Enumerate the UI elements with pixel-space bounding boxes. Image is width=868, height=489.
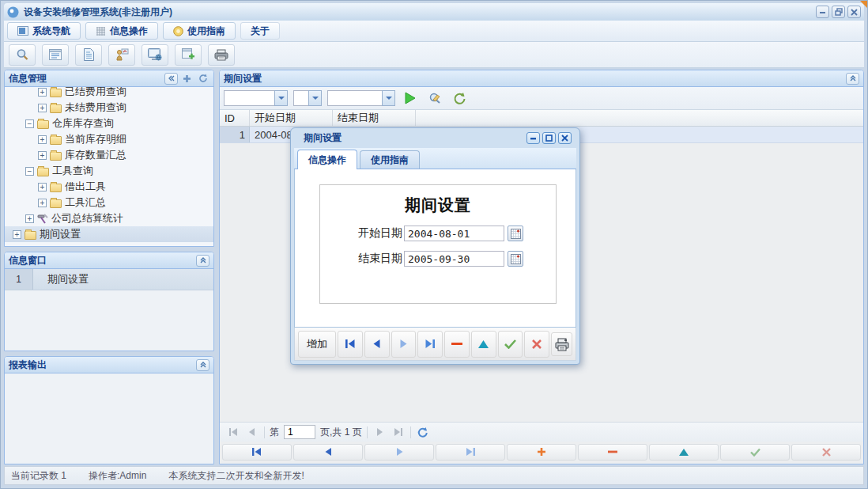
- field-combo-input[interactable]: [224, 90, 274, 106]
- column-start-date[interactable]: 开始日期: [250, 110, 333, 126]
- tree-item-current-stock[interactable]: 当前库存明细: [5, 131, 213, 147]
- start-date-input[interactable]: [404, 226, 504, 241]
- expand-icon[interactable]: [38, 199, 47, 207]
- tree-item-unsettled-fees[interactable]: 未结费用查询: [5, 100, 213, 116]
- execute-query-button[interactable]: [401, 89, 420, 108]
- search-tool-button[interactable]: [9, 44, 36, 66]
- tree-item-company-statistics[interactable]: 公司总结算统计: [5, 210, 213, 226]
- menu-user-guide[interactable]: 使用指南: [163, 22, 236, 40]
- page-prev-icon[interactable]: [245, 425, 259, 439]
- page-refresh-icon[interactable]: [416, 425, 430, 439]
- dialog-next-button[interactable]: [391, 331, 417, 358]
- expand-icon[interactable]: [38, 151, 47, 160]
- page-number-input[interactable]: [284, 425, 315, 439]
- tree-item-lent-tools[interactable]: 借出工具: [5, 179, 213, 195]
- status-message: 本系统支持二次开发和全新开发!: [157, 469, 315, 483]
- expand-icon[interactable]: [38, 135, 47, 144]
- printer-tool-button[interactable]: [208, 44, 235, 66]
- tree-item-period-settings[interactable]: 期间设置: [5, 226, 213, 242]
- refresh-query-button[interactable]: [450, 89, 469, 108]
- collapse-up-icon[interactable]: [196, 359, 209, 371]
- dialog-save-button[interactable]: [498, 331, 523, 358]
- window-add-tool-button[interactable]: [175, 44, 202, 66]
- search-edit-button[interactable]: [425, 89, 444, 108]
- dialog-maximize-button[interactable]: [542, 132, 556, 144]
- collapse-left-icon[interactable]: [164, 73, 178, 85]
- document-icon: [84, 48, 94, 61]
- record-cancel-button[interactable]: [791, 444, 861, 461]
- collapse-icon[interactable]: [25, 119, 34, 128]
- close-button[interactable]: [847, 6, 861, 18]
- refresh-panel-icon[interactable]: [196, 73, 209, 85]
- calendar-icon[interactable]: [508, 226, 523, 241]
- minimize-button[interactable]: [816, 6, 829, 18]
- collapse-icon[interactable]: [25, 167, 34, 176]
- corner-alert-icon: [860, 1, 867, 8]
- nav-prev-button[interactable]: [293, 444, 363, 461]
- menu-system-navigation[interactable]: 系统导航: [7, 22, 81, 40]
- record-save-button[interactable]: [720, 444, 790, 461]
- dialog-minimize-button[interactable]: [526, 132, 540, 144]
- end-date-input[interactable]: [404, 251, 504, 267]
- dialog-last-button[interactable]: [417, 331, 443, 358]
- add-button[interactable]: 增加: [298, 331, 336, 358]
- value-combo[interactable]: [327, 90, 395, 106]
- tree-item-tool-summary[interactable]: 工具汇总: [5, 195, 213, 210]
- dialog-close-button[interactable]: [558, 132, 572, 144]
- column-end-date[interactable]: 结束日期: [333, 110, 416, 126]
- dialog-title: 期间设置: [304, 131, 524, 145]
- tree-item-warehouse-query[interactable]: 仓库库存查询: [5, 116, 213, 131]
- folder-icon: [25, 231, 36, 240]
- monitor-tool-button[interactable]: [142, 44, 168, 66]
- dialog-edit-button[interactable]: [471, 331, 496, 358]
- user-report-tool-button[interactable]: [108, 44, 135, 66]
- dialog-cancel-button[interactable]: [524, 331, 549, 358]
- menu-about[interactable]: 关于: [240, 22, 280, 40]
- page-last-icon[interactable]: [391, 425, 406, 439]
- expand-icon[interactable]: [25, 214, 34, 223]
- collapse-up-icon[interactable]: [196, 255, 209, 267]
- tree-item-settled-fees[interactable]: 已结费用查询: [5, 87, 213, 100]
- nav-first-button[interactable]: [222, 444, 292, 461]
- dialog-delete-button[interactable]: [444, 331, 470, 358]
- folder-icon: [50, 104, 62, 113]
- record-delete-button[interactable]: [578, 444, 647, 461]
- record-add-button[interactable]: [507, 444, 576, 461]
- operator-combo[interactable]: [293, 90, 322, 106]
- nav-last-button[interactable]: [436, 444, 505, 461]
- calendar-icon[interactable]: [508, 251, 523, 267]
- record-edit-button[interactable]: [649, 444, 719, 461]
- chevron-down-icon[interactable]: [308, 90, 322, 106]
- column-id[interactable]: ID: [220, 110, 250, 126]
- tab-info-operation[interactable]: 信息操作: [297, 150, 357, 169]
- tree-item-tool-query[interactable]: 工具查询: [5, 163, 213, 179]
- tab-user-guide[interactable]: 使用指南: [360, 150, 420, 169]
- page-first-icon[interactable]: [226, 425, 240, 439]
- info-window-row[interactable]: 1 期间设置: [5, 269, 213, 290]
- collapse-up-icon[interactable]: [846, 73, 859, 85]
- expand-icon[interactable]: [13, 230, 21, 239]
- report-panel-header: 报表输出: [5, 357, 213, 373]
- tree-item-stock-summary[interactable]: 库存数量汇总: [5, 147, 213, 163]
- document-tool-button[interactable]: [75, 44, 102, 66]
- dialog-prev-button[interactable]: [364, 331, 390, 358]
- expand-icon[interactable]: [38, 88, 47, 97]
- nav-next-button[interactable]: [364, 444, 434, 461]
- info-management-panel: 信息管理 已结费用查询 未结费用查询 仓库库存查询 当前库存明细 库存数量汇总 …: [4, 70, 214, 247]
- value-combo-input[interactable]: [327, 90, 382, 106]
- menu-info-operation[interactable]: 信息操作: [85, 22, 158, 40]
- title-bar: 设备安装维修管理系统(非注册用户): [4, 3, 864, 21]
- expand-icon[interactable]: [38, 183, 47, 191]
- add-panel-icon[interactable]: [180, 73, 194, 85]
- table-tool-button[interactable]: [42, 44, 69, 66]
- dialog-print-button[interactable]: [551, 332, 572, 356]
- operator-combo-input[interactable]: [293, 90, 308, 106]
- dialog-first-button[interactable]: [338, 331, 363, 358]
- dialog-header[interactable]: 期间设置: [294, 128, 576, 148]
- expand-icon[interactable]: [38, 104, 47, 112]
- chevron-down-icon[interactable]: [382, 90, 395, 106]
- field-combo[interactable]: [224, 90, 288, 106]
- page-next-icon[interactable]: [372, 425, 387, 439]
- restore-button[interactable]: [832, 6, 845, 18]
- chevron-down-icon[interactable]: [274, 90, 288, 106]
